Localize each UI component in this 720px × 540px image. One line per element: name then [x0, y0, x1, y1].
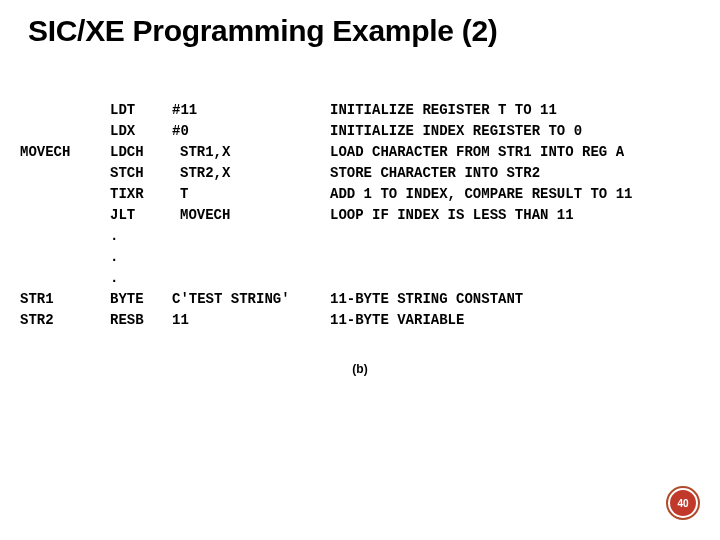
code-comment: INITIALIZE INDEX REGISTER TO 0	[330, 121, 582, 142]
code-operand: MOVECH	[180, 207, 230, 223]
code-opcode: .	[110, 268, 172, 289]
code-operand-cell: C'TEST STRING'	[172, 289, 330, 310]
code-label: STR2	[20, 310, 110, 331]
code-comment: LOOP IF INDEX IS LESS THAN 11	[330, 205, 574, 226]
assembly-code-listing: LDT#11INITIALIZE REGISTER T TO 11LDX#0IN…	[20, 100, 632, 331]
code-comment: 11-BYTE STRING CONSTANT	[330, 289, 523, 310]
code-row: STCHSTR2,XSTORE CHARACTER INTO STR2	[20, 163, 632, 184]
code-operand: 11	[172, 312, 189, 328]
code-row: .	[20, 268, 632, 289]
code-operand: STR1,X	[180, 144, 230, 160]
code-opcode: LDX	[110, 121, 172, 142]
code-opcode: JLT	[110, 205, 172, 226]
code-row: .	[20, 226, 632, 247]
code-label	[20, 205, 110, 226]
code-label	[20, 226, 110, 247]
code-label	[20, 121, 110, 142]
code-label	[20, 247, 110, 268]
code-operand-cell	[172, 268, 330, 289]
code-opcode: STCH	[110, 163, 172, 184]
code-opcode: BYTE	[110, 289, 172, 310]
code-operand: C'TEST STRING'	[172, 291, 290, 307]
code-operand-cell	[172, 247, 330, 268]
code-label	[20, 268, 110, 289]
code-operand: #11	[172, 102, 197, 118]
code-opcode: TIXR	[110, 184, 172, 205]
code-operand: #0	[172, 123, 189, 139]
figure-caption: (b)	[0, 362, 720, 376]
code-operand-cell: 11	[172, 310, 330, 331]
code-row: LDT#11INITIALIZE REGISTER T TO 11	[20, 100, 632, 121]
code-comment: 11-BYTE VARIABLE	[330, 310, 464, 331]
code-comment: ADD 1 TO INDEX, COMPARE RESULT TO 11	[330, 184, 632, 205]
code-operand-cell: T	[172, 184, 330, 205]
code-row: MOVECHLDCHSTR1,XLOAD CHARACTER FROM STR1…	[20, 142, 632, 163]
code-operand-cell: #11	[172, 100, 330, 121]
code-opcode: RESB	[110, 310, 172, 331]
code-operand: T	[180, 186, 188, 202]
code-comment: LOAD CHARACTER FROM STR1 INTO REG A	[330, 142, 624, 163]
code-operand-cell	[172, 226, 330, 247]
code-operand-cell: STR1,X	[172, 142, 330, 163]
code-opcode: LDT	[110, 100, 172, 121]
code-comment: INITIALIZE REGISTER T TO 11	[330, 100, 557, 121]
slide-title: SIC/XE Programming Example (2)	[28, 14, 497, 48]
code-comment: STORE CHARACTER INTO STR2	[330, 163, 540, 184]
code-label: MOVECH	[20, 142, 110, 163]
code-operand-cell: STR2,X	[172, 163, 330, 184]
code-operand-cell: MOVECH	[172, 205, 330, 226]
code-label: STR1	[20, 289, 110, 310]
code-opcode: .	[110, 247, 172, 268]
code-row: STR2RESB1111-BYTE VARIABLE	[20, 310, 632, 331]
code-opcode: LDCH	[110, 142, 172, 163]
page-number-badge: 40	[666, 486, 700, 520]
page-number: 40	[677, 498, 688, 509]
code-label	[20, 100, 110, 121]
code-row: TIXRTADD 1 TO INDEX, COMPARE RESULT TO 1…	[20, 184, 632, 205]
code-operand: STR2,X	[180, 165, 230, 181]
code-row: JLTMOVECHLOOP IF INDEX IS LESS THAN 11	[20, 205, 632, 226]
code-opcode: .	[110, 226, 172, 247]
code-label	[20, 184, 110, 205]
code-row: STR1BYTEC'TEST STRING'11-BYTE STRING CON…	[20, 289, 632, 310]
code-operand-cell: #0	[172, 121, 330, 142]
code-row: LDX#0INITIALIZE INDEX REGISTER TO 0	[20, 121, 632, 142]
code-label	[20, 163, 110, 184]
code-row: .	[20, 247, 632, 268]
badge-inner-circle: 40	[670, 490, 696, 516]
